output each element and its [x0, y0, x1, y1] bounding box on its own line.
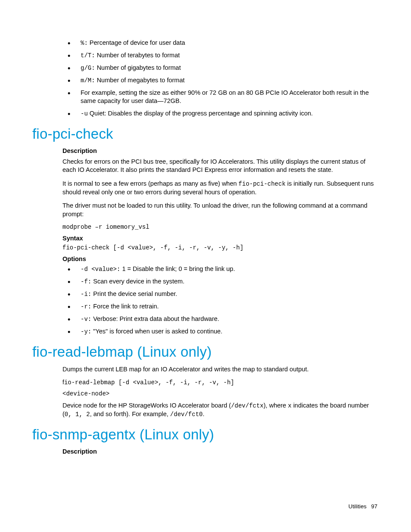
code-line: modprobe –r iomemory_vsl	[62, 224, 379, 230]
list-item: -u Quiet: Disables the display of the pr…	[62, 109, 379, 118]
list-text: Number of terabytes to format	[95, 52, 180, 59]
paragraph: It is normal to see a few errors (perhap…	[62, 180, 379, 196]
page-container: %: Percentage of device for user data t/…	[0, 0, 411, 479]
code-token: -i:	[81, 291, 91, 298]
list-item: For example, setting the size as either …	[62, 89, 379, 106]
list-item: %: Percentage of device for user data	[62, 39, 379, 47]
list-item: -v: Verbose: Print extra data about the …	[62, 315, 379, 324]
code-token: /dev/fctx	[231, 402, 264, 409]
options-list: -d <value>: 1 = Disable the link; 0 = br…	[62, 265, 379, 336]
list-item: -f: Scan every device in the system.	[62, 277, 379, 286]
list-text: For example, setting the size as either …	[81, 89, 369, 105]
paragraph: Device node for the HP StorageWorks IO A…	[62, 401, 379, 419]
paragraph: Dumps the current LEB map for an IO Acce…	[62, 365, 379, 374]
code-token: m/M:	[81, 77, 95, 84]
list-text: 1 = Disable the link; 0 = bring the link…	[120, 265, 235, 272]
list-text: Print the device serial number.	[91, 290, 177, 297]
list-text: Quiet: Disables the display of the progr…	[88, 110, 313, 117]
code-token: t/T:	[81, 52, 95, 59]
code-token: 0, 1, 2	[65, 411, 90, 418]
list-item: m/M: Number of megabytes to format	[62, 76, 379, 85]
sub-heading-description: Description	[62, 147, 379, 154]
code-token: -u	[81, 110, 88, 117]
code-token: -v:	[81, 316, 91, 323]
list-text: Percentage of device for user data	[88, 39, 185, 46]
section-heading-fio-read-lebmap: fio-read-lebmap (Linux only)	[32, 344, 379, 360]
list-item: -i: Print the device serial number.	[62, 290, 379, 299]
sub-heading-syntax: Syntax	[62, 235, 379, 242]
paragraph: Checks for errors on the PCI bus tree, s…	[62, 158, 379, 174]
code-token: g/G:	[81, 65, 95, 72]
list-text: Number of megabytes to format	[95, 77, 185, 84]
section-body: Description Checks for errors on the PCI…	[62, 147, 379, 336]
top-bullet-list: %: Percentage of device for user data t/…	[62, 39, 379, 118]
list-item: -d <value>: 1 = Disable the link; 0 = br…	[62, 265, 379, 274]
section-heading-fio-snmp-agentx: fio-snmp-agentx (Linux only)	[32, 426, 379, 443]
section-body: Dumps the current LEB map for an IO Acce…	[62, 365, 379, 419]
code-token: -f:	[81, 278, 91, 285]
code-line: fio-read-lebmap [-d <value>, -f, -i, -r,…	[62, 379, 379, 386]
list-text: "Yes" is forced when user is asked to co…	[91, 328, 222, 335]
code-line: fio-pci-check [-d <value>, -f, -i, -r, -…	[62, 244, 379, 251]
list-item: -r: Force the link to retrain.	[62, 302, 379, 311]
code-token: %:	[81, 40, 88, 47]
page-footer: Utilities 97	[349, 503, 377, 510]
code-token: x	[288, 402, 291, 409]
list-text: Number of gigabytes to format	[95, 64, 181, 71]
list-text: Force the link to retrain.	[91, 303, 159, 310]
section-body: Description	[62, 448, 379, 455]
sub-heading-options: Options	[62, 255, 379, 262]
footer-label: Utilities	[349, 503, 367, 510]
list-text: Verbose: Print extra data about the hard…	[91, 315, 219, 322]
paragraph: The driver must not be loaded to run thi…	[62, 202, 379, 218]
code-token: -y:	[81, 328, 91, 335]
code-token: -r:	[81, 303, 91, 310]
code-token: /dev/fct0	[170, 411, 203, 418]
list-text: Scan every device in the system.	[91, 278, 184, 285]
code-line: <device-node>	[62, 390, 379, 397]
section-heading-fio-pci-check: fio-pci-check	[32, 126, 379, 142]
list-item: -y: "Yes" is forced when user is asked t…	[62, 327, 379, 336]
list-item: t/T: Number of terabytes to format	[62, 51, 379, 60]
code-token: -d <value>:	[81, 266, 120, 273]
page-number: 97	[371, 503, 377, 510]
code-token: fio-pci-check	[239, 180, 286, 187]
sub-heading-description: Description	[62, 448, 379, 455]
list-item: g/G: Number of gigabytes to format	[62, 64, 379, 72]
